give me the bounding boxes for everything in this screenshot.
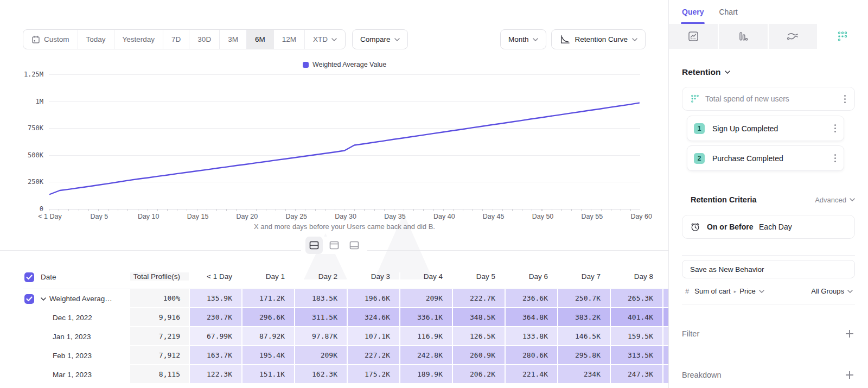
kebab-menu-icon[interactable]: [832, 122, 838, 135]
range-label: Custom: [44, 35, 69, 43]
advanced-dropdown[interactable]: Advanced: [815, 196, 855, 204]
table-row: Weighted Average ...100%135.9K171.2K183.…: [23, 289, 668, 308]
measure-property-dropdown[interactable]: Sum of cart ▸ Price: [694, 287, 764, 295]
range-custom[interactable]: Custom: [23, 30, 78, 49]
value-cell: 146.5K: [558, 327, 611, 346]
total-profiles-cell: 100%: [130, 289, 190, 308]
value-cell: 348.5K: [453, 308, 506, 327]
header-day-1: Day 1: [242, 272, 295, 282]
header-date-label: Date: [41, 273, 56, 281]
funnels-icon: [737, 30, 749, 42]
table-row: Mar 1, 20238,115122.3K151.1K162.3K175.2K…: [23, 365, 668, 384]
row-label: Weighted Average ...: [49, 295, 113, 303]
value-cell: 296.6K: [242, 308, 295, 327]
retention-line-series: [49, 71, 640, 212]
row-date-cell: Mar 1, 2023: [23, 365, 130, 384]
layout-chart-top-button[interactable]: [326, 237, 343, 254]
x-axis-label: Day 40: [433, 213, 455, 220]
number-property-icon: #: [685, 287, 689, 295]
range-30d[interactable]: 30D: [189, 30, 220, 49]
chart-style-button[interactable]: Retention Curve: [551, 29, 646, 49]
layout-table-bottom-button[interactable]: [346, 237, 363, 254]
value-cell: 135.9K: [190, 289, 242, 308]
range-6m[interactable]: 6M: [247, 30, 274, 49]
value-cell: 116.9K: [400, 327, 453, 346]
kebab-menu-icon[interactable]: [832, 152, 838, 164]
save-as-new-behavior-label: Save as New Behavior: [690, 265, 764, 273]
compare-button[interactable]: Compare: [352, 29, 409, 49]
value-cell: 206.2K: [453, 365, 506, 384]
main-content: CustomTodayYesterday7D30D3M6M12MXTD Comp…: [0, 0, 668, 388]
measure-property: Price: [739, 287, 756, 295]
select-all-checkbox[interactable]: [24, 272, 34, 282]
row-label: Dec 1, 2022: [53, 314, 92, 322]
range-yesterday[interactable]: Yesterday: [114, 30, 164, 49]
table-header-row: DateTotal Profile(s)< 1 DayDay 1Day 2Day…: [23, 265, 668, 289]
y-axis-label: 1.25M: [0, 71, 43, 78]
legend-label: Weighted Average Value: [312, 61, 386, 68]
header-total-profiles: Total Profile(s): [130, 272, 190, 282]
alarm-clock-icon: [690, 222, 700, 232]
value-cell: 67.99K: [190, 327, 242, 346]
value-cell: 209K: [400, 289, 453, 308]
y-axis-label: 0: [0, 205, 43, 213]
x-axis-label: Day 5: [91, 213, 108, 220]
behavior-card[interactable]: Total spend of new users: [682, 87, 855, 111]
insights-chart-type-button[interactable]: [669, 24, 719, 49]
retention-criteria-card[interactable]: On or Before Each Day: [682, 215, 855, 239]
range-3m[interactable]: 3M: [220, 30, 247, 49]
add-breakdown-button[interactable]: [844, 370, 855, 380]
range-xtd[interactable]: XTD: [305, 30, 345, 49]
range-label: Today: [86, 35, 106, 43]
x-axis-label: Day 45: [483, 213, 505, 220]
row-checkbox[interactable]: [24, 294, 34, 304]
chevron-down-icon: [725, 71, 730, 74]
range-today[interactable]: Today: [78, 30, 114, 49]
x-axis-label: Day 15: [187, 213, 209, 220]
table-row: Dec 1, 20229,916230.7K296.6K311.5K324.6K…: [23, 308, 668, 327]
divider: [682, 255, 855, 256]
value-cell: 87.92K: [242, 327, 295, 346]
retention-chart-type-button[interactable]: [818, 24, 868, 49]
tab-query[interactable]: Query: [682, 8, 704, 24]
row-expand-chevron-icon[interactable]: [41, 297, 46, 301]
range-label: XTD: [313, 35, 328, 43]
flows-chart-type-button[interactable]: [769, 24, 819, 49]
value-cell: 383.2K: [558, 308, 611, 327]
range-label: 30D: [197, 35, 211, 43]
group-dropdown[interactable]: All Groups: [811, 287, 853, 295]
toolbar-right: Month Retention Curve: [500, 29, 646, 49]
total-profiles-cell: 9,916: [130, 308, 190, 327]
row-date-cell: Jan 1, 2023: [23, 327, 130, 346]
value-cell: 209K: [295, 346, 348, 365]
x-axis-label: Day 55: [582, 213, 603, 220]
layout-toggle-group: [301, 237, 367, 254]
save-as-new-behavior-button[interactable]: Save as New Behavior: [682, 260, 855, 278]
behavior-step-1[interactable]: 1Sign Up Completed: [687, 116, 844, 141]
kebab-menu-icon[interactable]: [842, 93, 848, 105]
value-cell: 196.6K: [348, 289, 400, 308]
behavior-step-2[interactable]: 2Purchase Completed: [687, 146, 844, 170]
value-cell: 122.3K: [190, 365, 242, 384]
range-label: 6M: [255, 35, 265, 43]
header-day-8: Day 8: [611, 272, 663, 282]
x-axis-label: Day 60: [630, 213, 652, 220]
compare-label: Compare: [360, 35, 391, 43]
criteria-condition: On or Before: [707, 222, 754, 231]
funnels-chart-type-button[interactable]: [719, 24, 769, 49]
layout-split-button[interactable]: [305, 237, 323, 254]
calendar-icon: [31, 35, 40, 44]
tab-chart[interactable]: Chart: [719, 8, 737, 24]
add-filter-button[interactable]: [844, 328, 855, 339]
table-row: Jan 1, 20237,21967.99K87.92K97.87K107.1K…: [23, 327, 668, 346]
value-cell: 324.6K: [348, 308, 400, 327]
measure-row: # Sum of cart ▸ Price All Groups: [682, 278, 855, 304]
range-7d[interactable]: 7D: [163, 30, 189, 49]
range-12m[interactable]: 12M: [274, 30, 305, 49]
x-axis-label: Day 35: [384, 213, 406, 220]
retention-section-header[interactable]: Retention: [682, 67, 855, 77]
retention-curve-icon: [559, 35, 570, 44]
toolbar: CustomTodayYesterday7D30D3M6M12MXTD Comp…: [23, 29, 646, 49]
value-cell: 230.7K: [190, 308, 242, 327]
granularity-button[interactable]: Month: [500, 29, 547, 49]
